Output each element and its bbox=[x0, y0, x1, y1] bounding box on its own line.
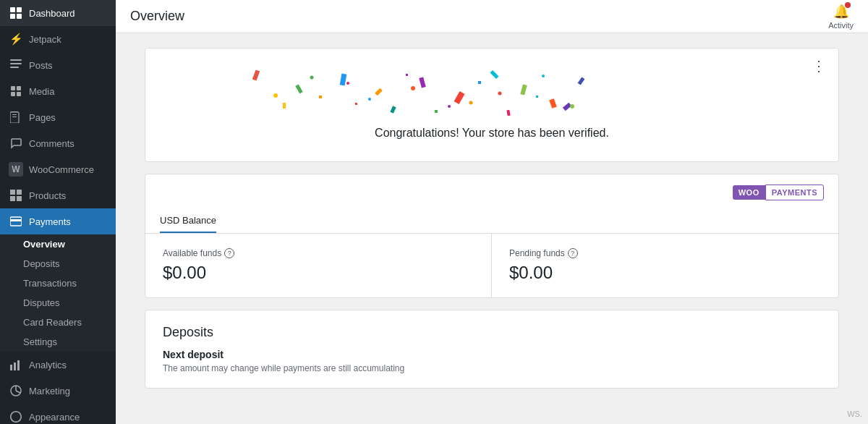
svg-point-54 bbox=[346, 82, 349, 85]
svg-rect-34 bbox=[549, 98, 557, 109]
pages-icon bbox=[9, 110, 23, 124]
svg-rect-23 bbox=[17, 360, 20, 370]
svg-rect-21 bbox=[10, 365, 12, 370]
balance-grid: Available funds ? $0.00 Pending funds ? … bbox=[145, 234, 838, 297]
activity-label: Activity bbox=[828, 21, 854, 30]
activity-icon-wrap: 🔔 bbox=[833, 4, 849, 20]
sidebar-item-dashboard-label: Dashboard bbox=[29, 8, 75, 19]
svg-rect-45 bbox=[536, 96, 538, 98]
svg-rect-37 bbox=[390, 106, 396, 113]
available-funds-help-icon[interactable]: ? bbox=[224, 248, 234, 258]
svg-rect-44 bbox=[406, 74, 408, 76]
woo-logo-payments: PAYMENTS bbox=[765, 185, 824, 200]
svg-rect-0 bbox=[10, 7, 15, 12]
woopayments-card: WOO PAYMENTS USD Balance Available funds… bbox=[145, 174, 839, 298]
svg-point-53 bbox=[570, 104, 574, 109]
activity-button[interactable]: 🔔 Activity bbox=[828, 4, 854, 30]
next-deposit-title: Next deposit bbox=[163, 349, 821, 360]
sidebar-item-payments[interactable]: Payments bbox=[0, 208, 116, 234]
topbar: Overview 🔔 Activity bbox=[116, 0, 868, 33]
sidebar-item-products-label: Products bbox=[29, 190, 66, 201]
svg-rect-35 bbox=[578, 77, 585, 85]
sidebar-item-jetpack-label: Jetpack bbox=[29, 34, 61, 45]
svg-rect-16 bbox=[17, 190, 22, 195]
svg-rect-20 bbox=[10, 219, 22, 221]
svg-rect-5 bbox=[10, 63, 22, 64]
svg-point-51 bbox=[498, 92, 502, 96]
sidebar-item-posts[interactable]: Posts bbox=[0, 52, 116, 78]
sidebar-item-media[interactable]: Media bbox=[0, 78, 116, 104]
woopayments-logo: WOO PAYMENTS bbox=[733, 185, 824, 200]
svg-rect-12 bbox=[10, 112, 19, 123]
svg-rect-42 bbox=[478, 81, 481, 84]
svg-rect-40 bbox=[319, 96, 322, 98]
svg-rect-17 bbox=[10, 196, 15, 201]
submenu-deposits[interactable]: Deposits bbox=[0, 254, 116, 274]
ws-logo: WS. bbox=[847, 410, 862, 418]
submenu-settings[interactable]: Settings bbox=[0, 332, 116, 352]
svg-rect-1 bbox=[17, 7, 22, 12]
sidebar-item-products[interactable]: Products bbox=[0, 182, 116, 208]
svg-rect-4 bbox=[10, 59, 22, 61]
svg-rect-3 bbox=[17, 14, 22, 19]
sidebar-item-comments[interactable]: Comments bbox=[0, 130, 116, 156]
sidebar-item-media-label: Media bbox=[29, 86, 54, 97]
analytics-icon bbox=[9, 357, 23, 372]
sidebar-item-marketing[interactable]: Marketing bbox=[0, 378, 116, 404]
congratulations-card: ⋮ Congratulations! Your store has been v… bbox=[145, 48, 839, 162]
svg-rect-36 bbox=[283, 103, 286, 109]
svg-rect-9 bbox=[11, 92, 15, 96]
svg-rect-8 bbox=[17, 86, 21, 90]
sidebar-item-appearance[interactable]: Appearance bbox=[0, 404, 116, 424]
svg-rect-31 bbox=[454, 91, 465, 104]
svg-rect-33 bbox=[520, 84, 527, 95]
submenu-transactions[interactable]: Transactions bbox=[0, 274, 116, 293]
svg-rect-2 bbox=[10, 14, 15, 19]
svg-point-48 bbox=[368, 98, 371, 101]
confetti-svg bbox=[167, 63, 817, 121]
sidebar-item-jetpack[interactable]: ⚡ Jetpack bbox=[0, 26, 116, 52]
svg-point-50 bbox=[448, 105, 451, 108]
pending-funds-value: $0.00 bbox=[509, 263, 821, 283]
svg-rect-18 bbox=[17, 196, 22, 201]
sidebar-item-analytics-label: Analytics bbox=[29, 360, 67, 370]
svg-point-46 bbox=[273, 93, 278, 98]
usd-balance-tab[interactable]: USD Balance bbox=[160, 209, 216, 233]
submenu-overview[interactable]: Overview bbox=[0, 234, 116, 254]
payments-icon bbox=[9, 214, 23, 229]
posts-icon bbox=[9, 58, 23, 72]
sidebar: Dashboard ⚡ Jetpack Posts Media Pages Co… bbox=[0, 0, 116, 424]
svg-rect-6 bbox=[10, 67, 19, 68]
svg-rect-10 bbox=[17, 92, 21, 96]
svg-point-47 bbox=[310, 76, 314, 80]
sidebar-item-pages-label: Pages bbox=[29, 112, 56, 123]
sidebar-item-woocommerce[interactable]: W WooCommerce bbox=[0, 156, 116, 182]
svg-rect-38 bbox=[506, 110, 510, 116]
comments-icon bbox=[9, 136, 23, 150]
jetpack-icon: ⚡ bbox=[9, 32, 23, 46]
sidebar-item-posts-label: Posts bbox=[29, 60, 53, 71]
deposits-title: Deposits bbox=[163, 325, 821, 340]
pending-funds-cell: Pending funds ? $0.00 bbox=[492, 234, 838, 297]
sidebar-item-dashboard[interactable]: Dashboard bbox=[0, 0, 116, 26]
svg-rect-15 bbox=[10, 190, 15, 195]
sidebar-item-analytics[interactable]: Analytics bbox=[0, 352, 116, 378]
svg-rect-30 bbox=[419, 77, 425, 88]
deposits-card: Deposits Next deposit The amount may cha… bbox=[145, 310, 839, 389]
available-funds-cell: Available funds ? $0.00 bbox=[145, 234, 492, 297]
page-title: Overview bbox=[130, 9, 184, 24]
confetti-area bbox=[167, 63, 817, 121]
submenu-card-readers[interactable]: Card Readers bbox=[0, 313, 116, 332]
available-funds-value: $0.00 bbox=[163, 263, 474, 283]
marketing-icon bbox=[9, 383, 23, 398]
dashboard-icon bbox=[9, 6, 23, 20]
woopayments-header: WOO PAYMENTS bbox=[145, 174, 838, 200]
svg-rect-32 bbox=[490, 70, 498, 79]
submenu-disputes[interactable]: Disputes bbox=[0, 293, 116, 313]
pending-funds-help-icon[interactable]: ? bbox=[568, 248, 578, 258]
pending-funds-label: Pending funds ? bbox=[509, 248, 821, 258]
svg-rect-14 bbox=[12, 116, 17, 117]
svg-rect-41 bbox=[435, 110, 438, 113]
sidebar-item-pages[interactable]: Pages bbox=[0, 104, 116, 130]
svg-rect-22 bbox=[14, 362, 16, 370]
